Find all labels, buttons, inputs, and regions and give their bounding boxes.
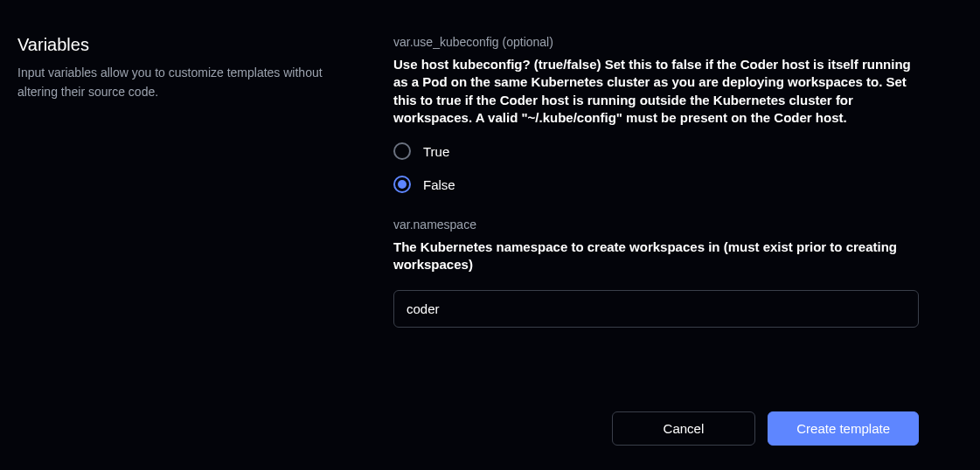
radio-group-use-kubeconfig: True False <box>393 142 919 193</box>
variable-description: Use host kubeconfig? (true/false) Set th… <box>393 56 919 127</box>
radio-option-false[interactable]: False <box>393 176 919 193</box>
variable-name: var.namespace <box>393 218 919 232</box>
radio-label-true: True <box>423 144 449 159</box>
radio-option-true[interactable]: True <box>393 142 919 160</box>
radio-label-false: False <box>423 177 455 192</box>
radio-icon <box>393 142 411 160</box>
variable-description: The Kubernetes namespace to create works… <box>393 238 919 274</box>
variable-namespace: var.namespace The Kubernetes namespace t… <box>393 218 919 328</box>
footer-actions: Cancel Create template <box>612 411 919 446</box>
cancel-button[interactable]: Cancel <box>612 411 756 446</box>
radio-icon-selected <box>393 176 411 193</box>
namespace-input[interactable] <box>393 290 919 328</box>
variable-name: var.use_kubeconfig (optional) <box>393 35 919 49</box>
variable-use-kubeconfig: var.use_kubeconfig (optional) Use host k… <box>393 35 919 193</box>
section-title: Variables <box>17 35 350 55</box>
create-template-button[interactable]: Create template <box>768 411 919 446</box>
section-description: Input variables allow you to customize t… <box>17 64 350 101</box>
variables-sidebar: Variables Input variables allow you to c… <box>17 35 350 352</box>
radio-inner-dot <box>398 180 407 189</box>
form-content: var.use_kubeconfig (optional) Use host k… <box>393 35 963 352</box>
